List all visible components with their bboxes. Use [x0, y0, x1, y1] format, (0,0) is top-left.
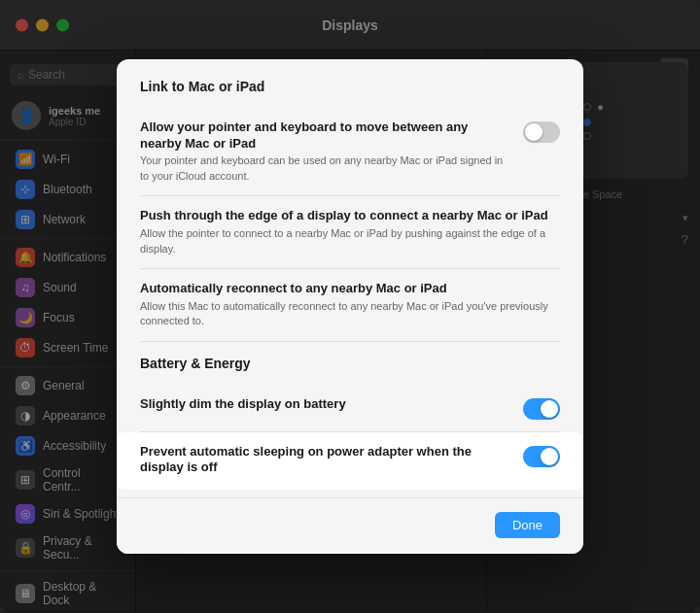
toggle-knob-prevent-sleep — [541, 448, 558, 465]
modal-content: Link to Mac or iPad Allow your pointer a… — [117, 59, 583, 491]
setting-label-push-edge: Push through the edge of a display to co… — [140, 208, 560, 224]
setting-row-link-mac: Allow your pointer and keyboard to move … — [140, 108, 560, 197]
toggle-prevent-sleep[interactable] — [523, 446, 560, 467]
setting-row-dim-display: Slightly dim the display on battery — [140, 385, 560, 432]
setting-label-prevent-sleep: Prevent automatic sleeping on power adap… — [140, 444, 508, 477]
setting-row-auto-reconnect: Automatically reconnect to any nearby Ma… — [140, 269, 560, 342]
modal-footer: Done — [117, 497, 583, 554]
setting-desc-link-mac: Your pointer and keyboard can be used on… — [140, 153, 508, 184]
done-button[interactable]: Done — [495, 512, 560, 538]
setting-text-dim-display: Slightly dim the display on battery — [140, 396, 508, 415]
section-gap — [140, 342, 560, 356]
toggle-link-mac[interactable] — [523, 121, 560, 143]
setting-row-push-edge: Push through the edge of a display to co… — [140, 196, 560, 269]
section2-title: Battery & Energy — [140, 356, 560, 371]
section1-title: Link to Mac or iPad — [140, 79, 560, 94]
setting-text-link-mac: Allow your pointer and keyboard to move … — [140, 119, 508, 185]
setting-desc-push-edge: Allow the pointer to connect to a nearby… — [140, 226, 560, 256]
setting-text-auto-reconnect: Automatically reconnect to any nearby Ma… — [140, 281, 560, 329]
modal-dialog: Link to Mac or iPad Allow your pointer a… — [117, 59, 583, 555]
setting-text-prevent-sleep: Prevent automatic sleeping on power adap… — [140, 444, 508, 479]
setting-text-push-edge: Push through the edge of a display to co… — [140, 208, 560, 256]
setting-label-auto-reconnect: Automatically reconnect to any nearby Ma… — [140, 281, 560, 297]
modal-overlay: Link to Mac or iPad Allow your pointer a… — [0, 0, 700, 613]
setting-label-dim-display: Slightly dim the display on battery — [140, 396, 508, 413]
toggle-dim-display[interactable] — [523, 398, 560, 420]
setting-desc-auto-reconnect: Allow this Mac to automatically reconnec… — [140, 299, 560, 329]
toggle-knob-link-mac — [525, 123, 542, 141]
setting-label-link-mac: Allow your pointer and keyboard to move … — [140, 119, 508, 153]
toggle-knob-dim-display — [541, 400, 558, 418]
setting-row-prevent-sleep: Prevent automatic sleeping on power adap… — [117, 432, 583, 491]
